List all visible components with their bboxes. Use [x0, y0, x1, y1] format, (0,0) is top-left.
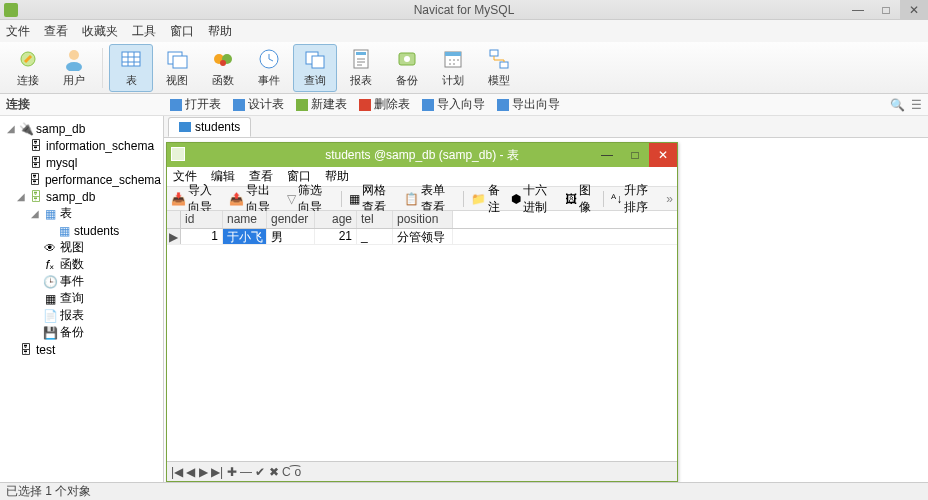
- cell-id[interactable]: 1: [181, 229, 223, 244]
- ribbon-view[interactable]: 视图: [155, 44, 199, 92]
- cell-tel[interactable]: _: [357, 229, 393, 244]
- cell-age[interactable]: 21: [315, 229, 357, 244]
- database-icon: 🗄: [29, 191, 43, 203]
- function-icon: fₓ: [43, 259, 57, 271]
- sub-design-table[interactable]: 设计表: [233, 96, 284, 113]
- clock-icon: 🕒: [43, 276, 57, 288]
- child-titlebar[interactable]: students @samp_db (samp_db) - 表 — □ ✕: [167, 143, 677, 167]
- ribbon-backup[interactable]: 备份: [385, 44, 429, 92]
- report-icon: 📄: [43, 310, 57, 322]
- col-gender[interactable]: gender: [267, 211, 315, 228]
- svg-rect-19: [500, 62, 508, 68]
- menu-help[interactable]: 帮助: [208, 23, 232, 40]
- import-icon: [422, 99, 434, 111]
- database-icon: 🗄: [29, 140, 43, 152]
- connection-tree[interactable]: ◢🔌samp_db 🗄information_schema 🗄mysql 🗄pe…: [0, 116, 164, 482]
- col-id[interactable]: id: [181, 211, 223, 228]
- sub-export[interactable]: 导出向导: [497, 96, 560, 113]
- ct-image[interactable]: 🖼图像: [565, 182, 594, 216]
- tree-views-folder[interactable]: 👁视图: [2, 239, 161, 256]
- backup-icon: [395, 47, 419, 71]
- ribbon-schedule[interactable]: 计划: [431, 44, 475, 92]
- tree-db-mysql[interactable]: 🗄mysql: [2, 154, 161, 171]
- connection-pane-label: 连接: [0, 96, 164, 113]
- sub-toolbar: 连接 打开表 设计表 新建表 删除表 导入向导 导出向导 🔍 ☰: [0, 94, 928, 116]
- ribbon-user[interactable]: 用户: [52, 44, 96, 92]
- search-icon[interactable]: 🔍: [890, 98, 905, 112]
- plug-icon: 🔌: [19, 123, 33, 135]
- tab-students[interactable]: students: [168, 117, 251, 137]
- table-icon: ▦: [57, 225, 71, 237]
- content-area: students students @samp_db (samp_db) - 表…: [164, 116, 928, 482]
- list-mode-icon[interactable]: ☰: [911, 98, 922, 112]
- sub-open-table[interactable]: 打开表: [170, 96, 221, 113]
- menu-file[interactable]: 文件: [6, 23, 30, 40]
- table-icon: [119, 47, 143, 71]
- database-icon: 🗄: [29, 174, 42, 186]
- status-text: 已选择 1 个对象: [6, 483, 91, 500]
- svg-point-2: [66, 62, 82, 71]
- ribbon-report[interactable]: 报表: [339, 44, 383, 92]
- ct-memo[interactable]: 📁备注: [471, 182, 503, 216]
- cell-position[interactable]: 分管领导: [393, 229, 453, 244]
- tree-backups-folder[interactable]: 💾备份: [2, 324, 161, 341]
- minimize-button[interactable]: —: [844, 0, 872, 20]
- table-icon: [171, 147, 185, 161]
- query-icon: ▦: [43, 293, 57, 305]
- tree-conn-test[interactable]: 🗄test: [2, 341, 161, 358]
- menu-tools[interactable]: 工具: [132, 23, 156, 40]
- sort-asc-icon: ᴬ↓: [611, 192, 622, 206]
- sub-new-table[interactable]: 新建表: [296, 96, 347, 113]
- tree-conn-samp_db[interactable]: ◢🔌samp_db: [2, 120, 161, 137]
- backup-icon: 💾: [43, 327, 57, 339]
- col-name[interactable]: name: [223, 211, 267, 228]
- model-icon: [487, 47, 511, 71]
- cell-gender[interactable]: 男: [267, 229, 315, 244]
- tree-reports-folder[interactable]: 📄报表: [2, 307, 161, 324]
- tree-table-students[interactable]: ▦students: [2, 222, 161, 239]
- record-navigator[interactable]: |◀ ◀ ▶ ▶| ✚ — ✔ ✖ C ͡o: [167, 461, 677, 481]
- ct-hex[interactable]: ⬢十六进制: [511, 182, 557, 216]
- child-maximize-button[interactable]: □: [621, 143, 649, 167]
- cell-name[interactable]: 于小飞: [223, 229, 267, 244]
- svg-rect-18: [490, 50, 498, 56]
- tree-functions-folder[interactable]: fₓ函数: [2, 256, 161, 273]
- ct-more[interactable]: »: [666, 192, 673, 206]
- export-icon: [497, 99, 509, 111]
- sub-delete-table[interactable]: 删除表: [359, 96, 410, 113]
- ribbon-connect[interactable]: 连接: [6, 44, 50, 92]
- user-icon: [62, 47, 86, 71]
- child-minimize-button[interactable]: —: [593, 143, 621, 167]
- query-icon: [303, 47, 327, 71]
- calendar-icon: [441, 47, 465, 71]
- close-button[interactable]: ✕: [900, 0, 928, 20]
- menu-window[interactable]: 窗口: [170, 23, 194, 40]
- child-window-students: students @samp_db (samp_db) - 表 — □ ✕ 文件…: [166, 142, 678, 482]
- tree-db-information_schema[interactable]: 🗄information_schema: [2, 137, 161, 154]
- report-icon: [349, 47, 373, 71]
- ribbon-function[interactable]: 函数: [201, 44, 245, 92]
- svg-point-8: [220, 60, 226, 66]
- tree-db-samp_db[interactable]: ◢🗄samp_db: [2, 188, 161, 205]
- ribbon-event[interactable]: 事件: [247, 44, 291, 92]
- col-tel[interactable]: tel: [357, 211, 393, 228]
- menu-view[interactable]: 查看: [44, 23, 68, 40]
- tree-events-folder[interactable]: 🕒事件: [2, 273, 161, 290]
- tree-queries-folder[interactable]: ▦查询: [2, 290, 161, 307]
- ribbon-model[interactable]: 模型: [477, 44, 521, 92]
- maximize-button[interactable]: □: [872, 0, 900, 20]
- grid-header: id name gender age tel position: [167, 211, 677, 229]
- ct-sort[interactable]: ᴬ↓升序排序: [611, 182, 658, 216]
- sub-import[interactable]: 导入向导: [422, 96, 485, 113]
- ribbon-table[interactable]: 表: [109, 44, 153, 92]
- tree-db-performance_schema[interactable]: 🗄performance_schema: [2, 171, 161, 188]
- ribbon-query[interactable]: 查询: [293, 44, 337, 92]
- row-marker: ▶: [167, 229, 181, 244]
- table-row[interactable]: ▶ 1 于小飞 男 21 _ 分管领导: [167, 229, 677, 245]
- menu-favorites[interactable]: 收藏夹: [82, 23, 118, 40]
- col-position[interactable]: position: [393, 211, 453, 228]
- child-close-button[interactable]: ✕: [649, 143, 677, 167]
- col-age[interactable]: age: [315, 211, 357, 228]
- tree-tables-folder[interactable]: ◢▦表: [2, 205, 161, 222]
- design-icon: [233, 99, 245, 111]
